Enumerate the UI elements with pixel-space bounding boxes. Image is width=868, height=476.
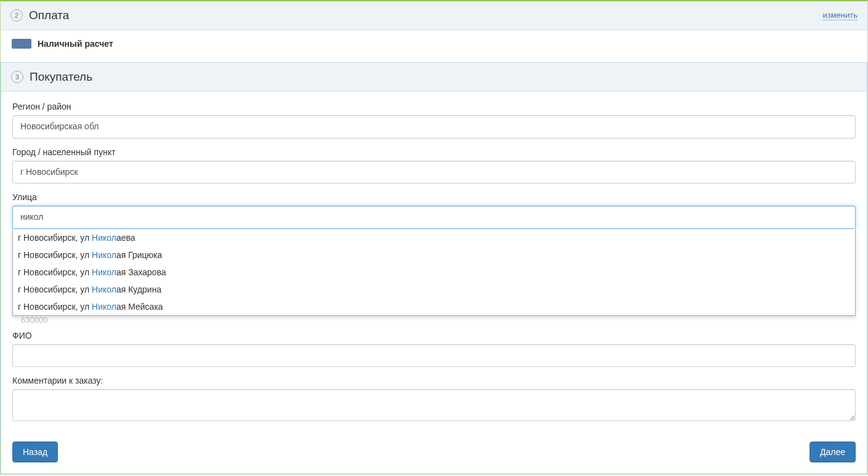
street-autocomplete-dropdown: г Новосибирск, ул Николаева г Новосибирс…	[12, 229, 856, 316]
back-button[interactable]: Назад	[12, 442, 58, 462]
fullname-label: ФИО	[12, 331, 856, 341]
comments-label: Комментарии к заказу:	[12, 376, 856, 385]
autocomplete-item[interactable]: г Новосибирск, ул Николая Кудрина	[13, 281, 855, 298]
payment-change-link[interactable]: изменить	[822, 10, 858, 20]
postcode-ghost-value: 630000	[12, 315, 856, 325]
autocomplete-item[interactable]: г Новосибирск, ул Николая Мейсака	[13, 298, 855, 315]
buyer-section-header: 3 Покупатель	[1, 63, 867, 92]
autocomplete-item[interactable]: г Новосибирск, ул Николаева	[13, 229, 855, 246]
payment-step-number: 2	[10, 9, 23, 22]
street-input[interactable]	[12, 206, 856, 229]
buyer-section-title: Покупатель	[30, 70, 92, 84]
buyer-step-number: 3	[11, 71, 23, 83]
payment-method-label: Наличный расчет	[38, 39, 113, 49]
city-label: Город / населенный пункт	[12, 147, 856, 157]
payment-method-row: Наличный расчет	[1, 30, 867, 57]
region-input[interactable]	[12, 115, 856, 139]
next-button[interactable]: Далее	[810, 442, 856, 462]
comments-textarea[interactable]	[12, 389, 856, 421]
cash-payment-icon	[12, 39, 31, 49]
payment-section-header: 2 Оплата изменить	[1, 1, 867, 30]
autocomplete-item[interactable]: г Новосибирск, ул Николая Захарова	[13, 264, 855, 281]
street-label: Улица	[12, 192, 856, 202]
city-input[interactable]	[12, 161, 856, 184]
fullname-input[interactable]	[12, 344, 856, 368]
region-label: Регион / район	[12, 102, 856, 111]
autocomplete-item[interactable]: г Новосибирск, ул Николая Грицюка	[13, 246, 855, 264]
payment-section-title: Оплата	[29, 9, 69, 22]
